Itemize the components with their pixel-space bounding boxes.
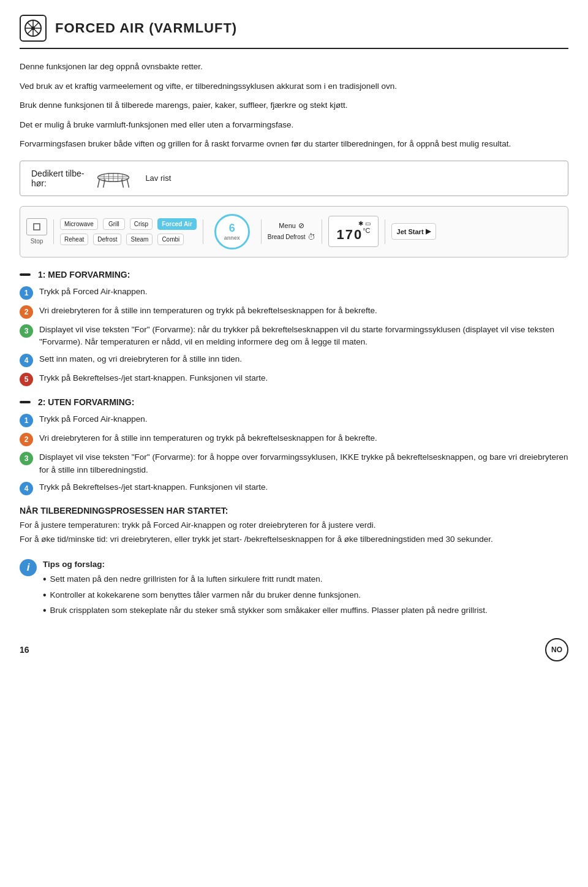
step-1-3: 3 Displayet vil vise teksten "For" (Forv… (20, 324, 568, 349)
step2-num-1: 1 (20, 414, 33, 427)
bread-defrost-row: Bread Defrost ⏱ (268, 232, 316, 242)
jet-start-button[interactable]: Jet Start ▶ (391, 223, 436, 240)
control-panel: Stop Microwave Grill Crisp Forced Air Re… (20, 206, 568, 257)
stop-label[interactable]: Stop (31, 238, 43, 245)
function-icon (20, 15, 47, 42)
intro-p4: Det er mulig å bruke varmluft-funksjonen… (20, 118, 568, 132)
menu-section: Menu ⊘ Bread Defrost ⏱ (268, 221, 316, 242)
step2-num-2: 2 (20, 433, 33, 446)
microwave-button[interactable]: Microwave (60, 218, 98, 230)
temp-value-row: 170 °C (336, 227, 370, 243)
step-num-4: 4 (20, 354, 33, 367)
step-num-3: 3 (20, 324, 33, 338)
tip-item-3: Bruk crispplaten som stekeplate når du s… (43, 604, 488, 617)
highlight-line2: For å øke tid/minske tid: vri dreiebryte… (20, 535, 493, 544)
dial-sub: annex (224, 235, 240, 241)
step-1-2: 2 Vri dreiebryteren for å stille inn tem… (20, 305, 568, 319)
menu-row: Menu ⊘ (279, 221, 304, 230)
stop-icon[interactable] (26, 218, 47, 235)
dial-number: 6 (229, 222, 235, 235)
step-num-2: 2 (20, 305, 33, 319)
highlight-section: NÅR TILBEREDNINGSPROSESSEN HAR STARTET: … (20, 504, 568, 547)
tips-box: i Tips og forslag: Sett maten på den ned… (20, 558, 568, 620)
step-1-5: 5 Trykk på Bekreftelses-/jet start-knapp… (20, 372, 568, 386)
temperature-display: ✱ ▭ 170 °C (328, 216, 378, 247)
highlight-line1: For å justere temperaturen: trykk på For… (20, 520, 376, 530)
reheat-button[interactable]: Reheat (60, 234, 88, 245)
star-icon: ✱ (358, 220, 363, 227)
page-footer: 16 NO (20, 638, 568, 661)
temp-value: 170 (336, 227, 363, 243)
tips-label: Tips og forslag: (43, 560, 105, 569)
step-1-4: 4 Sett inn maten, og vri dreiebryteren f… (20, 353, 568, 367)
separator-2 (203, 219, 203, 244)
tips-list: Sett maten på den nedre grillristen for … (43, 573, 488, 617)
section2-bar (20, 401, 31, 403)
stop-button-group: Stop (26, 218, 47, 245)
step-1-1: 1 Trykk på Forced Air-knappen. (20, 286, 568, 300)
grill-button[interactable]: Grill (103, 218, 125, 230)
intro-p5: Forvarmingsfasen bruker både viften og g… (20, 137, 568, 151)
defrost-button[interactable]: Defrost (93, 234, 121, 245)
step-num-5: 5 (20, 373, 33, 386)
buttons-top-row: Microwave Grill Crisp Forced Air (60, 218, 197, 230)
accessory-box: Dedikert tilbe- hør: Lav rist (20, 161, 568, 196)
dial-knob[interactable]: 6 annex (214, 214, 250, 249)
tip-item-2: Kontroller at kokekarene som benyttes tå… (43, 589, 488, 601)
separator-5 (385, 219, 385, 244)
function-buttons: Microwave Grill Crisp Forced Air Reheat … (60, 218, 197, 245)
page-title: FORCED AIR (VARMLUFT) (55, 20, 237, 36)
accessory-label: Dedikert tilbe- hør: (31, 169, 84, 188)
intro-p3: Bruk denne funksjonen til å tilberede ma… (20, 99, 568, 112)
temp-unit: °C (363, 227, 370, 234)
step-num-1: 1 (20, 286, 33, 300)
jet-start-label: Jet Start (397, 228, 424, 235)
step2-num-3: 3 (20, 452, 33, 465)
separator-4 (322, 219, 322, 244)
tips-content: Tips og forslag: Sett maten på den nedre… (43, 558, 488, 620)
section1-bar (20, 273, 31, 276)
bread-defrost-label[interactable]: Bread Defrost (268, 234, 306, 240)
accessory-item-name: Lav rist (145, 173, 171, 183)
step-2-4: 4 Trykk på Bekreftelses-/jet start-knapp… (20, 481, 568, 495)
play-icon: ▶ (426, 227, 431, 235)
svg-point-5 (31, 26, 35, 30)
tip-item-1: Sett maten på den nedre grillristen for … (43, 573, 488, 585)
step2-num-4: 4 (20, 482, 33, 495)
section1-steps: 1 Trykk på Forced Air-knappen. 2 Vri dre… (20, 286, 568, 387)
steam-button[interactable]: Steam (126, 234, 153, 245)
display-icon: ▭ (365, 220, 371, 227)
highlight-title: NÅR TILBEREDNINGSPROSESSEN HAR STARTET: (20, 506, 228, 516)
buttons-bottom-row: Reheat Defrost Steam Combi (60, 234, 197, 245)
timer-icon: ⏱ (307, 232, 315, 242)
section2-steps: 1 Trykk på Forced Air-knappen. 2 Vri dre… (20, 413, 568, 495)
info-icon: i (20, 559, 37, 576)
combi-button[interactable]: Combi (157, 234, 184, 245)
section1-label: 1: MED FORVARMING: (20, 270, 568, 280)
country-badge: NO (545, 638, 568, 661)
intro-p1: Denne funksjonen lar deg oppnå ovnsbakte… (20, 60, 568, 74)
menu-label[interactable]: Menu (279, 222, 296, 229)
crisp-button[interactable]: Crisp (130, 218, 153, 230)
separator-3 (261, 219, 262, 244)
page-number: 16 (20, 645, 29, 655)
svg-rect-18 (34, 224, 40, 230)
svg-line-6 (98, 179, 100, 188)
intro-p2: Ved bruk av et kraftig varmeelement og v… (20, 80, 568, 93)
no-icon: ⊘ (298, 221, 304, 230)
step-2-2: 2 Vri dreiebryteren for å stille inn tem… (20, 432, 568, 446)
section2-label: 2: UTEN FORVARMING: (20, 397, 568, 407)
page-header: FORCED AIR (VARMLUFT) (20, 15, 568, 49)
svg-line-7 (127, 179, 129, 188)
step-2-1: 1 Trykk på Forced Air-knappen. (20, 413, 568, 427)
forced-air-button[interactable]: Forced Air (157, 218, 197, 230)
grill-rack-icon (95, 167, 132, 189)
separator-1 (53, 219, 54, 244)
temp-icons-row: ✱ ▭ (358, 220, 371, 227)
step-2-3: 3 Displayet vil vise teksten "For" (Forv… (20, 451, 568, 476)
